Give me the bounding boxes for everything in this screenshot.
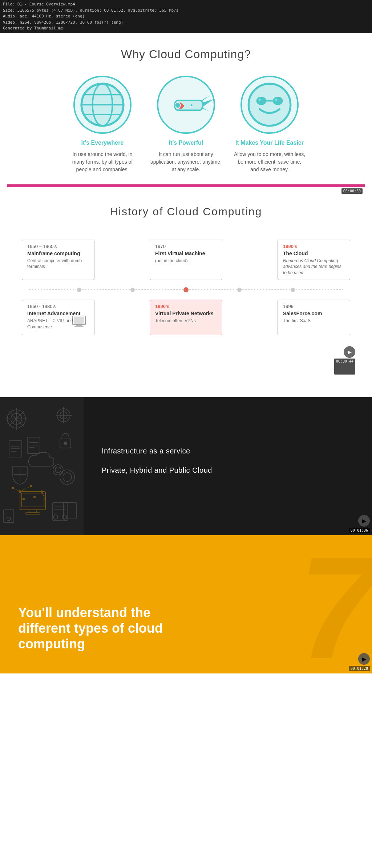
section1-timestamp: 00:00:30: [341, 188, 363, 194]
file-info-line3: Audio: aac, 44100 Hz, stereo (eng): [3, 13, 369, 20]
svg-rect-23: [76, 325, 82, 326]
svg-point-55: [34, 496, 36, 498]
timeline-line-segment4: [189, 289, 236, 290]
gold-play-icon: ▶: [362, 656, 366, 663]
why-cards-container: It's Everywhere In use around the world,…: [7, 76, 365, 173]
smiley-icon: [242, 77, 297, 132]
timeline-box-1970: 1970 First Virtual Machine (not in the c…: [150, 240, 222, 280]
timeline-bottom-row: 1960 - 1980's Internet Advancement ARAPN…: [15, 300, 357, 336]
card-powerful-desc: It can run just about any application, a…: [150, 151, 222, 173]
svg-point-61: [63, 473, 72, 481]
svg-point-60: [60, 470, 74, 484]
timeline-text-1999: The first SaaS: [283, 318, 345, 324]
timeline-box-1990s-bottom: 1990's Virtual Private Networks Telecom …: [150, 300, 222, 336]
card-everywhere-desc: In use around the world, in many forms, …: [66, 151, 139, 173]
timeline-box-1950: 1950 – 1960's Mainframe computing Centra…: [22, 240, 94, 280]
play-icon: ▶: [348, 349, 352, 355]
svg-point-15: [248, 84, 291, 126]
svg-marker-9: [202, 107, 209, 111]
timeline-line-segment3: [136, 289, 183, 290]
file-info-line1: File: 01 - Course Overview.mp4: [3, 1, 369, 8]
card-powerful-title: It's Powerful: [169, 140, 203, 146]
timeline-text-1990s-b: Telecom offers VPNs: [155, 318, 217, 324]
timeline-dot-4: [237, 288, 242, 292]
dark-section-illustration: [0, 397, 84, 535]
why-cloud-title: Why Cloud Computing?: [7, 48, 365, 61]
timeline-text-1970: (not in the cloud): [155, 258, 217, 264]
svg-point-63: [55, 467, 61, 473]
svg-point-71: [62, 515, 66, 519]
timeline-dot-5: [291, 288, 295, 292]
svg-rect-67: [53, 503, 67, 521]
swiss-knife-icon-circle: [157, 76, 215, 134]
timeline-date-1990s: 1990's: [283, 244, 345, 249]
file-info-bar: File: 01 - Course Overview.mp4 Size: 510…: [0, 0, 372, 33]
smiley-icon-circle: [240, 76, 299, 134]
history-timestamp: 00:00:44: [334, 359, 355, 375]
timeline-title-1990s: The Cloud: [283, 251, 345, 256]
svg-point-19: [259, 99, 261, 101]
file-info-line2: Size: 5106575 bytes (4.87 MiB), duration…: [3, 8, 369, 14]
timeline-line-segment6: [296, 289, 343, 290]
timeline-date-1999: 1999: [283, 304, 345, 309]
timeline-line: [15, 287, 357, 292]
why-card-easier: It Makes Your Life Easier Allow you to d…: [233, 76, 306, 173]
globe-icon: [75, 77, 130, 132]
gold-timestamp: 00:01:28: [349, 666, 370, 671]
why-cloud-section: Why Cloud Computing? It's Everywhere In …: [0, 33, 372, 187]
timeline-line-segment2: [82, 289, 129, 290]
timeline-box-1990s-top: 1990's The Cloud Numerous Cloud Computin…: [278, 240, 350, 280]
card-everywhere-title: It's Everywhere: [81, 140, 124, 146]
timeline-container: 1950 – 1960's Mainframe computing Centra…: [15, 232, 357, 343]
timeline-text-1950: Central computer with dumb terminals: [27, 258, 89, 270]
svg-marker-8: [202, 95, 211, 101]
svg-rect-24: [74, 326, 84, 327]
timeline-line-segment5: [242, 289, 290, 290]
svg-rect-16: [256, 97, 266, 104]
timeline-title-1950: Mainframe computing: [27, 251, 89, 256]
card-easier-desc: Allow you to do more, with less, be more…: [233, 151, 306, 173]
timeline-text-1990s: Numerous Cloud Computing advances and th…: [283, 258, 345, 276]
timeline-title-1999: SalesForce.com: [283, 311, 345, 316]
dark-section: Infrastructure as a service Private, Hyb…: [0, 397, 372, 535]
svg-point-20: [275, 99, 277, 101]
svg-line-58: [20, 486, 31, 492]
timeline-dot-1: [77, 288, 81, 292]
svg-rect-66: [64, 503, 76, 519]
timeline-date-1950: 1950 – 1960's: [27, 244, 89, 249]
timeline-line-segment1: [29, 289, 76, 290]
timeline-title-1990s-b: Virtual Private Networks: [155, 311, 217, 316]
timeline-date-1970: 1970: [155, 244, 217, 249]
gold-bg-number: 7: [299, 535, 372, 673]
history-title: History of Cloud Computing: [15, 205, 357, 218]
svg-marker-7: [203, 99, 214, 107]
why-card-everywhere: It's Everywhere In use around the world,…: [66, 76, 139, 173]
history-section: History of Cloud Computing 1950 – 1960's…: [0, 187, 372, 376]
timeline-box-1960: 1960 - 1980's Internet Advancement ARAPN…: [22, 300, 94, 336]
history-play-button[interactable]: ▶: [344, 346, 355, 358]
svg-rect-22: [74, 317, 84, 324]
svg-point-65: [7, 517, 11, 521]
svg-rect-17: [273, 97, 283, 104]
svg-point-13: [190, 104, 193, 107]
gear-illustration-svg: [2, 404, 82, 528]
gold-play-button[interactable]: ▶: [358, 653, 370, 665]
dark-section-timestamp: 00:01:06: [349, 528, 370, 533]
dark-play-icon: ▶: [362, 517, 366, 524]
timeline-title-1960: Internet Advancement: [27, 311, 89, 316]
file-info-line5: Generated by Thumbnail.me: [3, 25, 369, 32]
computer-icon: [71, 315, 87, 331]
svg-rect-50: [25, 513, 40, 514]
svg-point-14: [175, 102, 181, 108]
timeline-box-1999: 1999 SalesForce.com The first SaaS: [278, 300, 350, 336]
gold-section: 7 You'll understand the different types …: [0, 535, 372, 673]
timeline-dot-active: [183, 287, 189, 292]
timeline-date-1990s-b: 1990's: [155, 304, 217, 309]
svg-point-70: [53, 515, 58, 519]
dark-section-item2: Private, Hybrid and Public Cloud: [102, 466, 354, 475]
file-info-line4: Video: h264, yuv420p, 1280×720, 30.00 fp…: [3, 20, 369, 26]
svg-point-44: [64, 442, 67, 445]
gold-section-title: You'll understand the different types of…: [18, 605, 200, 652]
why-card-powerful: It's Powerful It can run just about any …: [150, 76, 222, 173]
dark-section-content: Infrastructure as a service Private, Hyb…: [84, 397, 372, 535]
